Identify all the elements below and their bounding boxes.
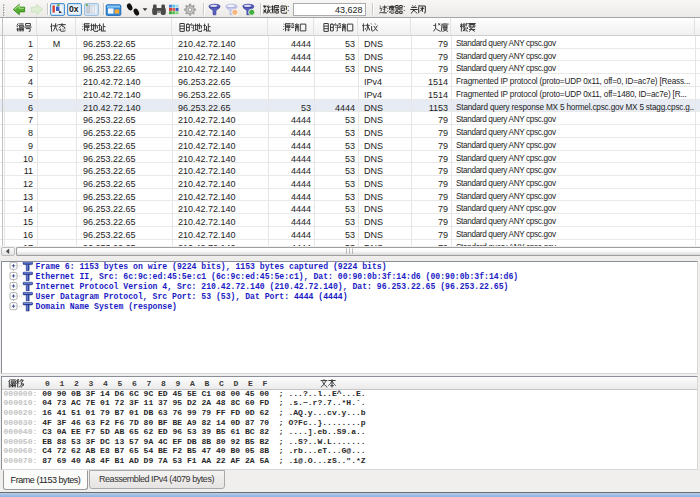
svg-text:0x: 0x [69,4,79,14]
